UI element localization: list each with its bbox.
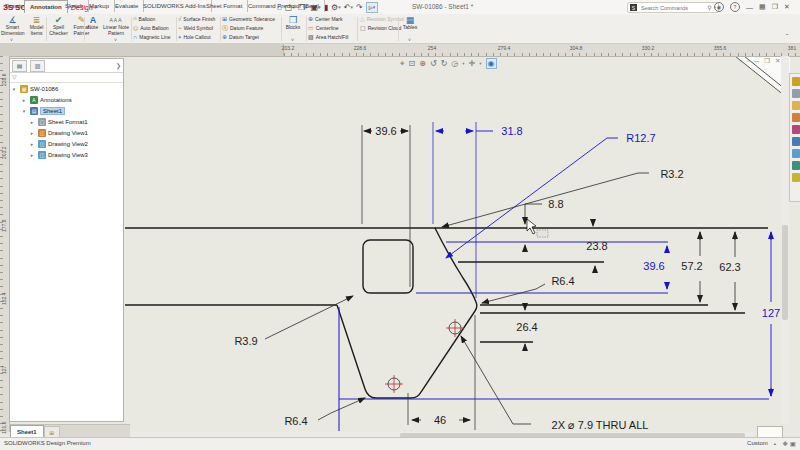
area-hatch-fill-button[interactable]: ▨Area Hatch/Fill (308, 34, 348, 40)
tree-item-drawing-view1[interactable]: ▸ ◫ Drawing View1 (10, 127, 123, 138)
status-units-icon[interactable]: ❖ (782, 440, 788, 447)
auto-balloon-button[interactable]: ⌬Auto Balloon (133, 25, 169, 31)
expander-icon[interactable]: ▸ (28, 152, 36, 158)
window-grid-icon[interactable]: ▦ (759, 3, 766, 11)
redo-button[interactable]: ↷ (356, 3, 363, 12)
tables-button[interactable]: ▦ Tables (400, 15, 420, 31)
ribbon-collapse-icon[interactable]: ˆ (786, 33, 788, 40)
dim-v39-6[interactable]: 39.6 (643, 246, 667, 289)
datum-target-button[interactable]: ⊕Datum Target (222, 34, 259, 40)
dim-46[interactable]: 46 (412, 414, 470, 426)
dim-r6-4-upper[interactable]: R6.4 (482, 275, 575, 303)
view-palette-icon[interactable] (792, 113, 800, 122)
tree-item-drawing-view2[interactable]: ▸ ◫ Drawing View2 (10, 138, 123, 149)
tab-sheet-format[interactable]: Sheet Format (201, 0, 248, 12)
note-button[interactable]: A Note (85, 15, 101, 31)
expander-icon[interactable]: ▸ (20, 97, 28, 103)
user-account-icon[interactable]: ◉ (714, 2, 724, 12)
center-mark-button[interactable]: ⊕Center Mark (308, 16, 343, 22)
dim-v57-2[interactable]: 57.2 (681, 232, 702, 302)
undo-button[interactable]: ↶▾ (344, 3, 353, 12)
search-box[interactable]: S ⚲ ▾ (627, 2, 719, 13)
tree-item-sheet-format1[interactable]: ▸ ▢ Sheet Format1 (10, 116, 123, 127)
doc-close-icon[interactable]: ✕ (775, 57, 780, 65)
weld-symbol-button[interactable]: ⌁Weld Symbol (178, 25, 213, 31)
custom-dropdown-icon[interactable]: ▴ (774, 441, 776, 446)
spell-checker-button[interactable]: ✔ Spell Checker (47, 15, 70, 36)
hole-callout-button[interactable]: ⌖Hole Callout (178, 34, 211, 40)
dim-hole-callout[interactable]: 2X ⌀ 7.9 THRU ALL (461, 336, 648, 431)
part-outline[interactable] (125, 228, 768, 398)
tree-item-drawing-view3[interactable]: ▸ ◫ Drawing View3 (10, 149, 123, 160)
alerts-icon[interactable] (792, 173, 800, 182)
doc-maximize-icon[interactable]: ❐ (764, 57, 770, 65)
dim-width-31-8[interactable]: 31.8 (436, 125, 523, 137)
part-notch-profile[interactable] (337, 228, 477, 398)
blocks-button[interactable]: ❒ Blocks (283, 15, 303, 31)
forum-icon[interactable] (792, 149, 800, 158)
zoom-fit-icon[interactable]: ⌖ (400, 59, 405, 69)
options-button[interactable]: ⚙▾ (331, 3, 341, 12)
view-settings-icon[interactable]: ◉ (486, 58, 497, 69)
solidworks-resources-icon[interactable] (792, 77, 800, 86)
custom-scale-selector[interactable]: Custom (747, 440, 768, 446)
holes[interactable] (385, 319, 464, 393)
vertical-scrollbar-thumb[interactable] (782, 225, 788, 320)
custom-properties-icon[interactable] (792, 137, 800, 146)
property-manager-tab-icon[interactable]: ▥ (30, 60, 45, 72)
dim-r6-4-lower[interactable]: R6.4 (284, 398, 365, 427)
panel-expand-icon[interactable]: ❯ (116, 62, 121, 69)
dim-v127[interactable]: 127 (762, 232, 780, 396)
feature-manager-tab-icon[interactable]: ▤ (12, 60, 27, 72)
close-button[interactable]: ✕ (784, 3, 790, 11)
appearances-icon[interactable] (792, 125, 800, 134)
view-flyout-icon[interactable]: ▾ (462, 61, 464, 66)
file-explorer-icon[interactable] (792, 101, 800, 110)
search-input[interactable] (639, 4, 705, 12)
orientation-flyout-icon[interactable]: ▾ (479, 61, 481, 66)
tree-root-row[interactable]: ▾ ▦ SW-01086 (10, 83, 123, 94)
smart-dimension-button[interactable]: ∡ Smart Dimension (1, 15, 24, 36)
tab-command-predictor[interactable]: Command Predictor (Beta) (243, 0, 325, 12)
square-cutout[interactable] (363, 240, 413, 293)
expander-icon[interactable]: ▾ (20, 108, 28, 114)
minimize-button[interactable]: — (746, 4, 753, 11)
dim-26-4[interactable]: 26.4 (516, 304, 537, 351)
status-tag-icon[interactable]: ▣ (790, 440, 796, 447)
surface-finish-button[interactable]: √Surface Finish (178, 16, 215, 22)
datum-feature-button[interactable]: ⒶDatum Feature (222, 25, 263, 31)
select-tool-button[interactable]: ▹▾ (366, 2, 379, 13)
expander-icon[interactable]: ▾ (10, 86, 18, 92)
rotate-view-icon[interactable]: ↺ (430, 59, 437, 68)
view-orientation-icon[interactable]: ✛ (469, 59, 476, 68)
magnetic-line-button[interactable]: ∩Magnetic Line (133, 34, 170, 40)
zoom-area-icon[interactable]: ⊡ (409, 59, 416, 68)
section-view-icon[interactable]: ◶ (451, 59, 458, 68)
revision-cloud-button[interactable]: ▢Revision Cloud (360, 25, 401, 31)
tree-filter[interactable]: ▽ (10, 73, 123, 83)
doc-window-icon[interactable]: ▫ (747, 57, 749, 65)
design-library-icon[interactable] (792, 89, 800, 98)
doc-restore-icon[interactable]: ▫ (740, 57, 742, 65)
expander-icon[interactable]: ▸ (28, 141, 36, 147)
dim-r12-7[interactable]: R12.7 (446, 132, 656, 258)
zoom-icon[interactable]: ⊕ (419, 59, 426, 68)
tree-item-annotations[interactable]: ▸ A Annotations (10, 94, 123, 105)
dim-r3-9[interactable]: R3.9 (234, 296, 353, 347)
geometric-tolerance-button[interactable]: ⊞Geometric Tolerance (222, 16, 275, 22)
expander-icon[interactable]: ▸ (28, 119, 36, 125)
balloon-button[interactable]: ⌾Balloon (133, 16, 155, 22)
help-icon[interactable]: ? (730, 2, 740, 12)
dim-width-39-6[interactable]: 39.6 (364, 125, 408, 137)
search-icon[interactable]: ⚲ (707, 4, 711, 11)
tree-item-sheet1[interactable]: ▾ ▤ Sheet1 (10, 105, 123, 116)
doc-minimize-icon[interactable]: ─ (755, 57, 760, 65)
selected-edges[interactable] (339, 242, 769, 431)
previous-view-icon[interactable]: ↻ (441, 59, 448, 68)
expander-icon[interactable]: ▸ (28, 130, 36, 136)
linear-note-pattern-button[interactable]: AAA Linear Note Pattern (102, 15, 130, 36)
model-items-button[interactable]: ≣ Model Items (25, 15, 48, 36)
home-pane-icon[interactable] (792, 161, 800, 170)
dim-v62-3[interactable]: 62.3 (719, 232, 740, 310)
centerline-button[interactable]: ▭Centerline (308, 25, 338, 31)
